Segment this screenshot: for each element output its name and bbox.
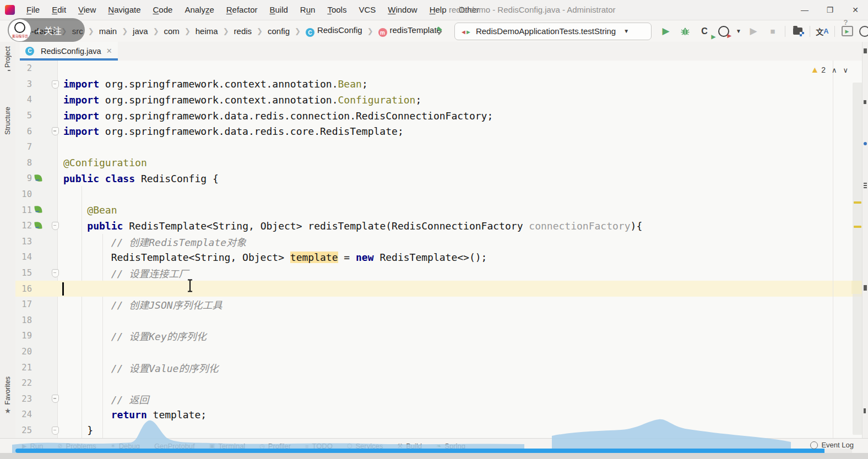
code-line-18[interactable]: 18 xyxy=(15,313,868,329)
breadcrumb-item-redis[interactable]: redis xyxy=(234,25,253,37)
toolwindow-fragment xyxy=(864,285,867,291)
run-configuration-select[interactable]: ◄► RedisDemoApplicationTests.testString … xyxy=(454,23,652,40)
code-line-9[interactable]: 9public class RedisConfig { xyxy=(15,171,868,187)
breadcrumb-item-com[interactable]: com xyxy=(164,25,180,37)
menu-item-build[interactable]: Build xyxy=(263,0,294,20)
tab-redisconfig[interactable]: C RedisConfig.java ✕ xyxy=(20,42,118,60)
left-toolwindow-bar: ProjectStructureFavorites★ xyxy=(0,42,16,453)
close-icon[interactable]: ✕ xyxy=(106,47,112,55)
code-line-23[interactable]: 23 // 返回 xyxy=(15,391,868,407)
video-progress-bar[interactable] xyxy=(15,449,824,453)
sidebar-item-structure[interactable]: Structure xyxy=(0,107,15,138)
menu-item-view[interactable]: View xyxy=(72,0,102,20)
warning-stripe-mark[interactable] xyxy=(854,201,861,204)
code-line-3[interactable]: 3import org.springframework.context.anno… xyxy=(15,76,868,92)
star-icon: ★ xyxy=(4,408,11,414)
line-number: 23 xyxy=(15,394,32,404)
menu-item-refactor[interactable]: Refactor xyxy=(220,0,264,20)
debug-button[interactable] xyxy=(678,24,692,39)
spring-bean-icon[interactable] xyxy=(34,206,42,214)
code-line-15[interactable]: 15 // 设置连接工厂 xyxy=(15,265,868,281)
menu-item-navigate[interactable]: Navigate xyxy=(102,0,147,20)
code-editor[interactable]: 23import org.springframework.context.ann… xyxy=(15,61,868,438)
breadcrumb-item-java[interactable]: java xyxy=(132,25,149,37)
code-line-14[interactable]: 14 RedisTemplate<String, Object> templat… xyxy=(15,249,868,265)
code-line-11[interactable]: 11 @Bean xyxy=(15,202,868,218)
breadcrumb-item-heima[interactable]: heima xyxy=(195,25,219,37)
code-line-13[interactable]: 13 // 创建RedisTemplate对象 xyxy=(15,234,868,250)
breadcrumb-item-config[interactable]: config xyxy=(267,25,290,37)
code-line-5[interactable]: 5import org.springframework.data.redis.c… xyxy=(15,108,868,124)
minimize-button[interactable]: — xyxy=(792,0,817,20)
project-structure-folder-icon[interactable] xyxy=(790,24,805,39)
gutter-icons xyxy=(32,171,57,187)
fold-marker-icon[interactable] xyxy=(52,127,59,135)
translate-icon[interactable]: 文A xyxy=(815,24,829,39)
sidebar-item-label: Structure xyxy=(4,107,12,135)
close-button[interactable]: ✕ xyxy=(843,0,868,20)
code-line-20[interactable]: 20 xyxy=(15,344,868,360)
menu-item-window[interactable]: Window xyxy=(382,0,423,20)
code-line-16[interactable]: 16 xyxy=(15,281,868,297)
code-lines[interactable]: 23import org.springframework.context.ann… xyxy=(15,61,868,438)
sidebar-item-project[interactable]: Project xyxy=(0,46,15,71)
build-hammer-icon[interactable] xyxy=(433,24,447,39)
code-line-8[interactable]: 8@Configuration xyxy=(15,155,868,171)
editor-scrollbar[interactable] xyxy=(853,83,862,435)
menu-item-file[interactable]: File xyxy=(20,0,46,20)
gutter-cell: 13 xyxy=(15,234,57,250)
code-line-7[interactable]: 7 xyxy=(15,139,868,155)
fold-marker-icon[interactable] xyxy=(52,269,59,277)
code-line-25[interactable]: 25 } xyxy=(15,423,868,439)
navigation-bar: redis-demosrcmainjavacomheimaredisconfig… xyxy=(0,20,868,42)
fold-marker-icon[interactable] xyxy=(52,395,59,403)
gutter-icons xyxy=(32,423,57,439)
gutter-cell: 4 xyxy=(15,92,57,108)
menu-item-run[interactable]: Run xyxy=(294,0,322,20)
code-line-19[interactable]: 19 // 设置Key的序列化 xyxy=(15,328,868,344)
warning-stripe-mark[interactable] xyxy=(854,226,861,228)
breadcrumb-item-redisconfig[interactable]: CRedisConfig xyxy=(305,24,363,39)
fold-marker-icon[interactable] xyxy=(52,427,59,435)
next-warning-icon[interactable]: ∨ xyxy=(843,66,848,74)
restore-button[interactable]: ❐ xyxy=(817,0,843,20)
run-with-coverage-button[interactable]: C▶ xyxy=(697,24,712,39)
help-run-icon[interactable]: ?▶ xyxy=(840,24,854,39)
menu-item-vcs[interactable]: VCS xyxy=(352,0,382,20)
code-line-22[interactable]: 22 xyxy=(15,375,868,391)
code-line-6[interactable]: 6import org.springframework.data.redis.c… xyxy=(15,123,868,139)
profiler-button[interactable]: ▶ xyxy=(717,24,731,39)
search-circle-icon[interactable] xyxy=(859,26,868,37)
code-line-4[interactable]: 4import org.springframework.context.anno… xyxy=(15,92,868,108)
breadcrumb-item-main[interactable]: main xyxy=(99,25,118,37)
gutter-icons xyxy=(32,108,57,124)
menu-item-code[interactable]: Code xyxy=(147,0,179,20)
menu-item-help[interactable]: Help xyxy=(424,0,453,20)
menu-item-edit[interactable]: Edit xyxy=(46,0,72,20)
code-line-17[interactable]: 17 // 创建JSON序列化工具 xyxy=(15,297,868,313)
code-line-21[interactable]: 21 // 设置Value的序列化 xyxy=(15,359,868,375)
run-button[interactable]: ▶ xyxy=(659,24,673,39)
event-log-button[interactable]: Event Log xyxy=(810,441,854,449)
sidebar-item-label: Project xyxy=(4,46,12,68)
code-line-2[interactable]: 2 xyxy=(15,61,868,76)
code-text: } xyxy=(57,424,93,436)
spring-bean-icon[interactable] xyxy=(34,174,42,182)
fold-marker-icon[interactable] xyxy=(52,80,59,89)
sidebar-item-favorites[interactable]: Favorites★ xyxy=(0,376,15,414)
prev-warning-icon[interactable]: ∧ xyxy=(832,66,837,74)
breadcrumb-item-redistemplate[interactable]: mredisTemplate xyxy=(378,24,442,39)
code-text: // 创建RedisTemplate对象 xyxy=(57,234,246,249)
code-line-24[interactable]: 24 return template; xyxy=(15,407,868,423)
menu-item-analyze[interactable]: Analyze xyxy=(178,0,220,20)
fold-marker-icon[interactable] xyxy=(52,222,59,230)
spring-bean-icon[interactable] xyxy=(34,221,42,229)
chevron-down-icon[interactable]: ▼ xyxy=(736,28,741,34)
menu-item-tools[interactable]: Tools xyxy=(321,0,352,20)
code-text: // 设置Key的序列化 xyxy=(57,329,207,343)
follow-overlay[interactable]: 黑马程序员 + 关注 xyxy=(8,18,85,42)
code-line-10[interactable]: 10 xyxy=(15,187,868,203)
inspection-widget[interactable]: ▲ 2 ∧ ∨ xyxy=(810,65,848,75)
code-line-12[interactable]: 12 public RedisTemplate<String, Object> … xyxy=(15,218,868,234)
line-number: 4 xyxy=(15,95,32,105)
